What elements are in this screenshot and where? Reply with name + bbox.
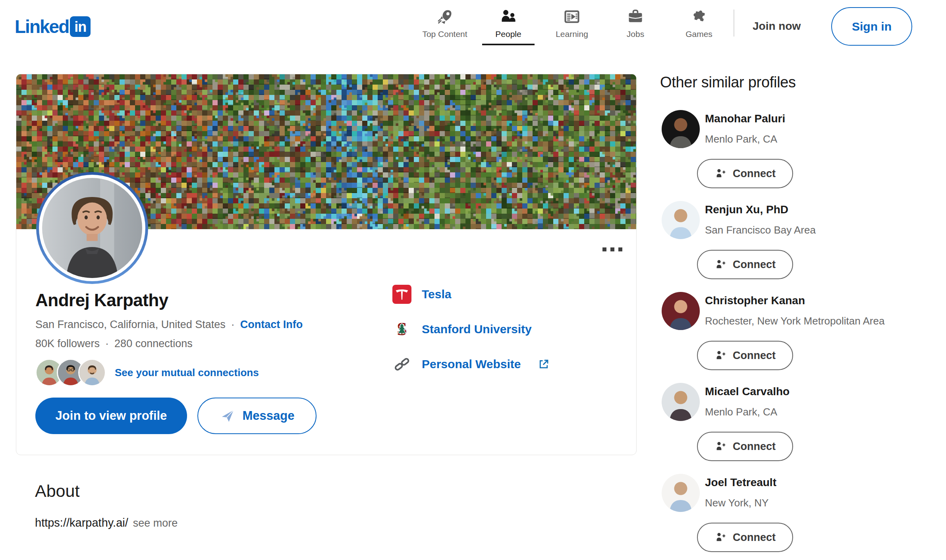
similar-profile-avatar[interactable] [662,383,700,421]
top-nav: Linked in Top Content People [0,0,946,60]
tab-label: People [495,30,521,38]
nav-tabs: Top Content People Learning [413,8,731,45]
paper-plane-icon [220,408,236,424]
similar-profile-location: San Francisco Bay Area [705,224,816,236]
tab-top-content[interactable]: Top Content [413,8,477,45]
connect-button[interactable]: Connect [697,523,793,552]
external-link-icon [538,358,550,370]
org-label: Tesla [422,288,452,301]
see-more-link[interactable]: see more [133,517,178,529]
connect-button-label: Connect [733,531,776,544]
similar-profile-name[interactable]: Joel Tetreault [705,476,776,489]
stanford-logo: S [392,320,411,339]
similar-profile-name[interactable]: Micael Carvalho [705,385,790,398]
learning-icon [563,8,581,25]
rocket-icon [436,8,454,25]
followers-count: 80K followers [35,338,100,350]
similar-profile-row: Joel Tetreault New York, NY Connect [660,474,943,560]
similar-profile-row: Christopher Kanan Rochester, New York Me… [660,292,943,383]
similar-profile-row: Micael Carvalho Menlo Park, CA Connect [660,383,943,474]
location-line: San Francisco, California, United States… [35,319,303,331]
join-to-view-profile-button[interactable]: Join to view profile [35,398,187,434]
ellipsis-dot [610,247,614,251]
connect-button[interactable]: Connect [697,250,793,279]
join-now-link[interactable]: Join now [753,20,801,33]
similar-profiles-sidebar: Other similar profiles Manohar Paluri Me… [660,74,943,560]
org-label: Personal Website [422,357,521,371]
overflow-menu-button[interactable] [600,245,625,254]
linkedin-logo[interactable]: Linked in [15,16,91,37]
connect-button[interactable]: Connect [697,432,793,461]
tab-label: Jobs [627,30,644,38]
mutual-avatar [78,359,106,386]
person-add-icon [714,258,727,271]
sidebar-title: Other similar profiles [660,74,943,91]
connect-button-label: Connect [733,168,776,180]
message-button-label: Message [243,409,295,423]
similar-profile-avatar[interactable] [662,474,700,512]
person-add-icon [714,167,727,180]
org-links: Tesla S Stanford University [392,285,550,374]
sign-in-button[interactable]: Sign in [831,7,912,46]
similar-profile-row: Renjun Xu, PhD San Francisco Bay Area Co… [660,201,943,292]
tab-jobs[interactable]: Jobs [604,8,667,45]
dot-separator: · [105,338,109,350]
about-text-line: https://karpathy.ai/ see more [35,516,178,529]
similar-profile-avatar[interactable] [662,292,700,330]
org-row-stanford[interactable]: S Stanford University [392,320,550,339]
similar-profile-name[interactable]: Renjun Xu, PhD [705,203,788,216]
connections-count: 280 connections [114,338,193,350]
profile-photo-image [42,178,142,278]
similar-profile-location: Rochester, New York Metropolitan Area [705,315,884,327]
similar-profile-location: Menlo Park, CA [705,406,777,418]
puzzle-icon [690,8,708,25]
ellipsis-dot [602,247,606,251]
similar-profile-name[interactable]: Manohar Paluri [705,112,785,125]
tab-people[interactable]: People [477,8,540,45]
profile-actions: Join to view profile Message [35,398,317,434]
connect-button[interactable]: Connect [697,341,793,370]
similar-profile-location: New York, NY [705,497,768,509]
profile-location: San Francisco, California, United States [35,319,226,331]
about-section-title: About [35,481,79,501]
similar-profile-name[interactable]: Christopher Kanan [705,294,805,307]
similar-profile-avatar[interactable] [662,201,700,239]
org-label: Stanford University [422,322,532,336]
linkedin-logo-text: Linked [15,16,69,37]
tab-label: Top Content [422,30,467,38]
tab-label: Learning [556,30,588,38]
about-text: https://karpathy.ai/ [35,516,128,529]
mutual-connections-link[interactable]: See your mutual connections [35,359,259,386]
connect-button-label: Connect [733,259,776,271]
connect-button-label: Connect [733,350,776,362]
similar-profiles-list: Manohar Paluri Menlo Park, CA Connect Re… [660,110,943,560]
contact-info-link[interactable]: Contact Info [240,319,303,331]
link-icon [392,355,411,374]
nav-divider [734,10,734,37]
similar-profile-row: Manohar Paluri Menlo Park, CA Connect [660,110,943,201]
tab-label: Games [685,30,712,38]
ellipsis-dot [618,247,622,251]
person-add-icon [714,440,727,453]
tab-learning[interactable]: Learning [540,8,604,45]
message-button[interactable]: Message [197,398,317,434]
tab-games[interactable]: Games [667,8,731,45]
profile-photo [36,172,148,284]
linkedin-logo-icon: in [70,16,91,37]
linkedin-guest-profile-page: { "brand": { "prefix": "Linked", "suffix… [0,0,946,560]
similar-profile-location: Menlo Park, CA [705,133,777,145]
similar-profile-avatar[interactable] [662,110,700,148]
person-add-icon [714,531,727,544]
followers-line: 80K followers · 280 connections [35,338,193,350]
profile-card: Andrej Karpathy San Francisco, Californi… [16,74,637,455]
connect-button[interactable]: Connect [697,159,793,188]
org-row-personal-website[interactable]: Personal Website [392,355,550,374]
briefcase-icon [627,8,644,25]
connect-button-label: Connect [733,440,776,453]
dot-separator: · [231,319,235,331]
org-row-tesla[interactable]: Tesla [392,285,550,304]
profile-name: Andrej Karpathy [35,290,168,310]
mutual-avatars [35,359,106,386]
tesla-logo [392,285,411,304]
people-icon [500,8,517,25]
